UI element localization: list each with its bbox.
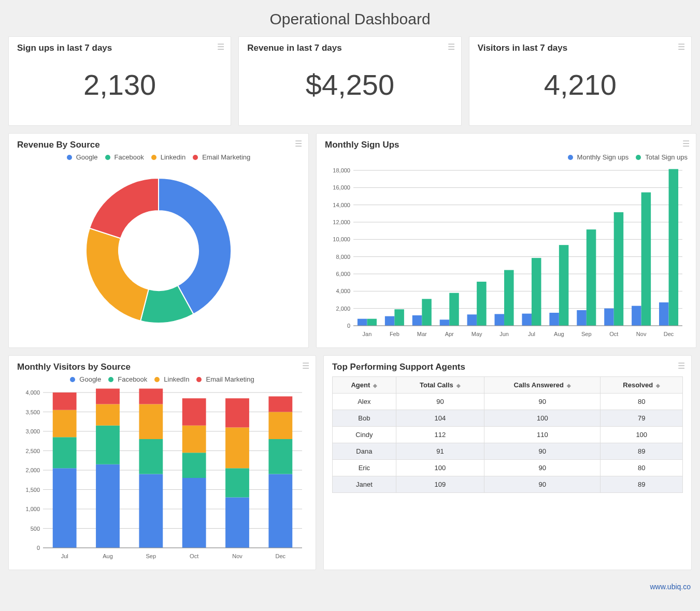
table-cell: Eric (333, 460, 396, 476)
table-cell: Dana (333, 443, 396, 460)
legend-item[interactable]: Email Marketing (196, 375, 254, 383)
table-cell: 90 (484, 476, 601, 493)
table-cell: Cindy (333, 427, 396, 443)
panel-revenue-by-source: Revenue By Source ☰ GoogleFacebookLinked… (8, 133, 309, 348)
hamburger-icon[interactable]: ☰ (217, 42, 224, 52)
hamburger-icon[interactable]: ☰ (448, 42, 455, 52)
svg-rect-33 (477, 282, 487, 326)
svg-rect-50 (632, 306, 641, 326)
svg-text:0: 0 (347, 323, 350, 329)
svg-text:6,000: 6,000 (336, 271, 350, 277)
svg-rect-35 (495, 314, 505, 326)
panel-title: Top Performing Support Agents (332, 362, 683, 372)
svg-text:12,000: 12,000 (333, 219, 350, 225)
legend-item[interactable]: Total Sign ups (636, 153, 688, 161)
table-cell: 100 (601, 427, 683, 443)
table-cell: 110 (484, 427, 601, 443)
svg-text:4,000: 4,000 (336, 288, 350, 294)
hamburger-icon[interactable]: ☰ (678, 361, 685, 371)
svg-text:2,000: 2,000 (25, 467, 40, 473)
svg-rect-45 (587, 229, 596, 326)
table-cell: 90 (484, 443, 601, 460)
kpi-card-visitors: Visitors in last 7 days ☰ 4,210 (469, 36, 692, 126)
legend-item[interactable]: Google (70, 375, 101, 383)
svg-rect-98 (225, 398, 249, 427)
table-header[interactable]: Agent◆ (333, 377, 396, 394)
grouped-bar-chart: 02,0004,0006,0008,00010,00012,00014,0001… (325, 165, 688, 341)
sort-icon: ◆ (656, 383, 660, 388)
svg-rect-101 (268, 439, 292, 474)
svg-rect-42 (559, 245, 569, 326)
legend-item[interactable]: LinkedIn (154, 375, 189, 383)
svg-text:Feb: Feb (390, 331, 399, 337)
table-cell: 89 (601, 443, 683, 460)
table-cell: 89 (601, 476, 683, 493)
table-cell: 109 (396, 476, 484, 493)
svg-rect-88 (139, 389, 163, 404)
sort-icon: ◆ (567, 383, 571, 388)
svg-rect-24 (394, 309, 404, 326)
svg-text:1,500: 1,500 (25, 487, 40, 493)
svg-rect-27 (422, 299, 432, 326)
table-cell: 91 (396, 443, 484, 460)
table-cell: 90 (484, 460, 601, 476)
legend-item[interactable]: Linkedin (151, 153, 185, 161)
legend-item[interactable]: Google (67, 153, 98, 161)
chart-legend: GoogleFacebookLinkedInEmail Marketing (17, 375, 307, 383)
hamburger-icon[interactable]: ☰ (682, 139, 690, 149)
table-row: Cindy112110100 (333, 427, 683, 443)
table-cell: 100 (484, 410, 601, 427)
table-cell: Alex (333, 394, 396, 410)
svg-text:0: 0 (37, 545, 40, 551)
svg-rect-90 (182, 478, 206, 548)
svg-rect-93 (182, 398, 206, 426)
svg-text:Apr: Apr (445, 331, 454, 337)
table-cell: 90 (484, 394, 601, 410)
table-header[interactable]: Calls Answered◆ (484, 377, 601, 394)
legend-item[interactable]: Facebook (105, 153, 144, 161)
svg-rect-103 (268, 397, 292, 412)
table-cell: 112 (396, 427, 484, 443)
kpi-label: Visitors in last 7 days (478, 43, 683, 53)
chart-row-2: Monthly Visitors by Source ☰ GoogleFaceb… (8, 355, 692, 570)
table-cell: 104 (396, 410, 484, 427)
kpi-value: $4,250 (247, 53, 452, 119)
svg-rect-38 (522, 314, 532, 326)
legend-item[interactable]: Email Marketing (193, 153, 250, 161)
svg-text:Jul: Jul (528, 331, 535, 337)
table-row: Dana919089 (333, 443, 683, 460)
table-row: Eric1009080 (333, 460, 683, 476)
kpi-card-revenue: Revenue in last 7 days ☰ $4,250 (238, 36, 461, 126)
table-header[interactable]: Total Calls◆ (396, 377, 484, 394)
kpi-label: Sign ups in last 7 days (17, 43, 222, 53)
hamburger-icon[interactable]: ☰ (302, 361, 309, 371)
panel-title: Revenue By Source (17, 140, 300, 150)
hamburger-icon[interactable]: ☰ (295, 139, 302, 149)
table-header[interactable]: Resolved◆ (601, 377, 683, 394)
svg-text:Oct: Oct (609, 331, 618, 337)
panel-monthly-visitors: Monthly Visitors by Source ☰ GoogleFaceb… (8, 355, 316, 570)
kpi-card-signups: Sign ups in last 7 days ☰ 2,130 (8, 36, 231, 126)
svg-text:Dec: Dec (276, 553, 286, 559)
svg-rect-91 (182, 453, 206, 478)
svg-rect-85 (139, 474, 163, 548)
table-cell: 80 (601, 460, 683, 476)
table-cell: Bob (333, 410, 396, 427)
svg-rect-41 (549, 313, 559, 326)
svg-rect-21 (367, 319, 377, 326)
svg-rect-20 (358, 319, 367, 326)
hamburger-icon[interactable]: ☰ (678, 42, 685, 52)
kpi-value: 2,130 (17, 53, 222, 119)
agents-table: Agent◆Total Calls◆Calls Answered◆Resolve… (332, 376, 683, 493)
svg-text:1,000: 1,000 (25, 506, 40, 512)
svg-rect-36 (504, 270, 514, 326)
legend-item[interactable]: Monthly Sign ups (568, 153, 629, 161)
svg-text:18,000: 18,000 (333, 167, 350, 173)
table-row: Janet1099089 (333, 476, 683, 493)
svg-text:2,500: 2,500 (25, 448, 40, 454)
legend-item[interactable]: Facebook (108, 375, 147, 383)
page-title: Operational Dashboard (8, 10, 692, 28)
svg-rect-48 (614, 212, 624, 326)
svg-rect-102 (268, 412, 292, 440)
svg-rect-96 (225, 468, 249, 497)
